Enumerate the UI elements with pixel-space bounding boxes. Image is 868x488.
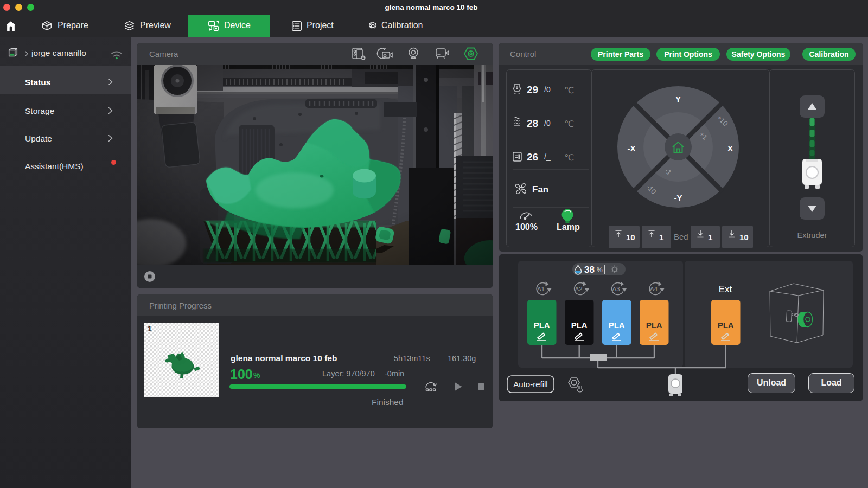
svg-text:1: 1 (659, 233, 663, 242)
svg-text:-Y: -Y (674, 193, 682, 202)
svg-text:/_: /_ (544, 152, 551, 161)
svg-text:A2: A2 (575, 286, 583, 292)
svg-text:28: 28 (527, 118, 538, 129)
svg-text:%: % (597, 266, 603, 274)
svg-text:1: 1 (708, 233, 712, 242)
svg-text:A4: A4 (650, 286, 658, 292)
svg-text:A1: A1 (537, 286, 545, 292)
svg-text:PLA: PLA (571, 320, 588, 330)
svg-text:Fan: Fan (532, 184, 548, 195)
svg-text:Bed: Bed (674, 232, 688, 241)
svg-text:PLA: PLA (646, 320, 662, 330)
svg-text:PLA: PLA (718, 320, 734, 330)
svg-text:A3: A3 (612, 286, 620, 292)
svg-text:X: X (727, 144, 733, 153)
svg-text:Auto-refill: Auto-refill (513, 380, 547, 389)
svg-text:10: 10 (739, 233, 749, 242)
svg-text:-X: -X (628, 144, 636, 153)
svg-text:/0: /0 (544, 85, 551, 94)
svg-text:38: 38 (584, 265, 595, 275)
svg-text:Extruder: Extruder (797, 231, 827, 240)
svg-text:Ext: Ext (719, 284, 732, 294)
svg-text:100%: 100% (515, 222, 538, 232)
svg-text:℃: ℃ (564, 119, 574, 129)
svg-text:℃: ℃ (564, 153, 574, 162)
svg-text:PLA: PLA (534, 320, 550, 330)
svg-text:Y: Y (675, 94, 681, 104)
svg-text:/0: /0 (544, 119, 551, 127)
svg-text:℃: ℃ (564, 86, 574, 95)
svg-text:PLA: PLA (609, 320, 625, 330)
svg-text:Lamp: Lamp (557, 222, 580, 232)
svg-text:29: 29 (527, 84, 538, 95)
svg-text:10: 10 (626, 233, 635, 242)
svg-text:26: 26 (527, 151, 538, 163)
